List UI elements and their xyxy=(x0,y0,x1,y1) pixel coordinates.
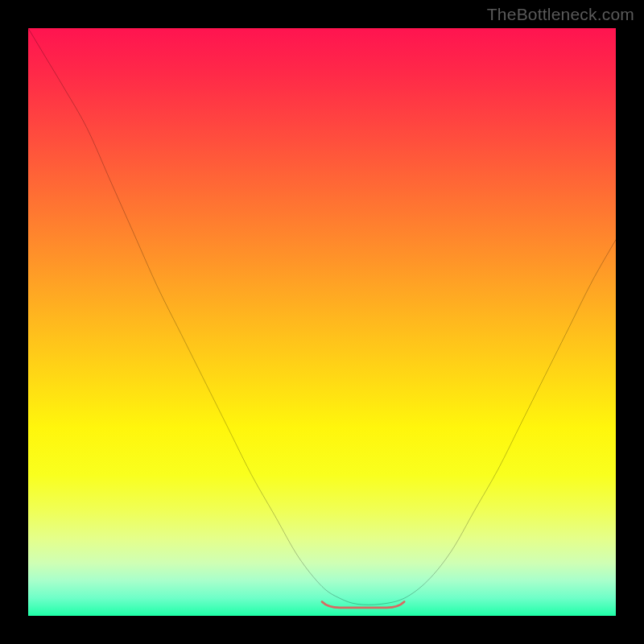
watermark-text: TheBottleneck.com xyxy=(487,5,634,24)
plot-area xyxy=(28,28,616,616)
bottleneck-curve xyxy=(28,28,616,616)
